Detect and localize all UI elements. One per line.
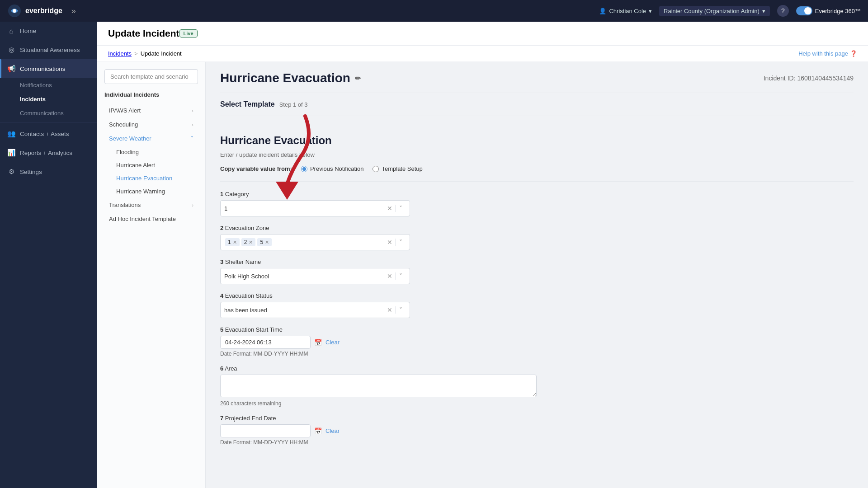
select-template-bar: Select Template Step 1 of 3: [220, 93, 854, 114]
area-textarea[interactable]: [220, 375, 537, 397]
help-button[interactable]: ?: [777, 5, 789, 17]
zone-clear-icon[interactable]: ✕: [384, 239, 395, 246]
tag-5-remove[interactable]: ✕: [265, 239, 269, 245]
settings-icon: ⚙: [7, 168, 15, 176]
shelter-clear-icon[interactable]: ✕: [384, 272, 395, 280]
template-item-adhoc[interactable]: Ad Hoc Incident Template: [104, 212, 198, 226]
incident-title-bar: Hurricane Evacuation ✏ Incident ID: 1608…: [220, 62, 854, 93]
field-evacuation-status: 4 Evacuation Status has been issued ✕ ˅: [220, 292, 854, 318]
home-icon: ⌂: [7, 27, 15, 35]
template-item-ipaws[interactable]: IPAWS Alert ›: [104, 103, 198, 117]
sidebar-sub-communications[interactable]: Communications: [0, 106, 97, 120]
start-time-clear-button[interactable]: Clear: [326, 339, 340, 346]
copy-var-row: Copy variable value from: Previous Notif…: [220, 165, 854, 172]
field-area: 6 Area 260 characters remaining: [220, 365, 854, 407]
sidebar-sub-incidents[interactable]: Incidents: [0, 92, 97, 106]
step-label: Step 1 of 3: [279, 101, 308, 108]
field-category: 1 Category 1 ✕ ˅: [220, 191, 854, 216]
sidebar-item-contacts-assets[interactable]: 👥 Contacts + Assets: [0, 124, 97, 143]
field-label-category: 1 Category: [220, 191, 854, 197]
evacuation-start-time-input[interactable]: [220, 336, 311, 349]
sidebar-sub-notifications[interactable]: Notifications: [0, 78, 97, 92]
ipaws-chevron-icon: ›: [192, 108, 193, 113]
field-shelter-name: 3 Shelter Name Polk High School ✕ ˅: [220, 258, 854, 284]
projected-end-date-input[interactable]: [220, 424, 311, 437]
form-panel: Hurricane Evacuation ✏ Incident ID: 1608…: [206, 62, 868, 488]
svg-point-1: [13, 9, 16, 13]
template-sub-hurricane-warning[interactable]: Hurricane Warning: [112, 185, 198, 198]
live-badge: Live: [179, 29, 198, 38]
reports-icon: 📊: [7, 149, 15, 157]
breadcrumb: Incidents > Update Incident Help with th…: [97, 46, 868, 62]
category-dropdown-icon[interactable]: ˅: [395, 205, 406, 212]
template-sub-hurricane-alert[interactable]: Hurricane Alert: [112, 159, 198, 172]
user-menu[interactable]: 👤 Christian Cole ▾: [599, 8, 652, 14]
tag-1-remove[interactable]: ✕: [233, 239, 237, 245]
field-label-area: 6 Area: [220, 365, 854, 372]
communications-icon: 📢: [7, 65, 15, 73]
search-input[interactable]: [104, 69, 198, 84]
zone-dropdown-icon[interactable]: ˅: [395, 239, 406, 246]
radio-previous-notification[interactable]: Previous Notification: [301, 165, 364, 172]
evacuation-zone-select[interactable]: 1 ✕ 2 ✕ 5 ✕ ✕ ˅: [220, 234, 410, 250]
field-label-evacuation-status: 4 Evacuation Status: [220, 292, 854, 299]
area-char-count: 260 characters remaining: [220, 400, 854, 407]
tag-2: 2 ✕: [241, 238, 256, 246]
help-circle-icon: ❓: [850, 50, 857, 57]
evacuation-status-select[interactable]: has been issued ✕ ˅: [220, 302, 410, 318]
template-sub-hurricane-evacuation[interactable]: Hurricane Evacuation: [112, 172, 198, 185]
radio-template-input[interactable]: [373, 166, 379, 172]
form-title: Hurricane Evacuation: [220, 134, 854, 147]
radio-group: Previous Notification Template Setup: [301, 165, 423, 172]
field-label-evacuation-zone: 2 Evacuation Zone: [220, 225, 854, 231]
category-clear-icon[interactable]: ✕: [384, 205, 395, 212]
section-title: Individual Incidents: [104, 91, 198, 98]
help-link[interactable]: Help with this page ❓: [798, 50, 857, 57]
contacts-icon: 👥: [7, 130, 15, 138]
form-section: Hurricane Evacuation Enter / update inci…: [220, 125, 854, 463]
sidebar-item-communications[interactable]: 📢 Communications: [0, 59, 97, 78]
breadcrumb-incidents-link[interactable]: Incidents: [108, 50, 132, 57]
field-evacuation-zone: 2 Evacuation Zone 1 ✕ 2 ✕ 5 ✕ ✕ ˅: [220, 225, 854, 250]
user-icon: 👤: [599, 8, 606, 14]
status-dropdown-icon[interactable]: ˅: [395, 306, 406, 314]
toggle-knob: [804, 7, 811, 14]
template-item-scheduling[interactable]: Scheduling ›: [104, 117, 198, 131]
template-item-translations[interactable]: Translations ›: [104, 198, 198, 212]
translations-chevron-icon: ›: [192, 202, 193, 208]
top-navigation: everbridge » 👤 Christian Cole ▾ Rainier …: [0, 0, 868, 22]
shelter-dropdown-icon[interactable]: ˅: [395, 272, 406, 280]
field-label-projected-end-date: 7 Projected End Date: [220, 415, 854, 422]
everbridge-360-toggle[interactable]: Everbridge 360™: [796, 6, 861, 15]
end-date-clear-button[interactable]: Clear: [326, 427, 340, 434]
radio-template-setup[interactable]: Template Setup: [373, 165, 422, 172]
form-subtitle: Enter / update incident details below: [220, 151, 854, 158]
edit-incident-icon[interactable]: ✏: [355, 74, 361, 83]
calendar-end-icon: 📅: [314, 427, 322, 435]
radio-prev-input[interactable]: [301, 166, 307, 172]
sidebar-item-home[interactable]: ⌂ Home: [0, 22, 97, 40]
toggle-switch[interactable]: [796, 6, 812, 15]
evacuation-start-time-input-wrapper: 📅 Clear: [220, 336, 356, 349]
sidebar-item-settings[interactable]: ⚙ Settings: [0, 162, 97, 181]
template-item-severe-weather[interactable]: Severe Weather ˅: [104, 131, 198, 145]
template-panel: Individual Incidents IPAWS Alert › Sched…: [97, 62, 206, 488]
incident-title: Hurricane Evacuation ✏: [220, 71, 361, 85]
category-select[interactable]: 1 ✕ ˅: [220, 200, 410, 216]
status-clear-icon[interactable]: ✕: [384, 306, 395, 314]
template-sub-flooding[interactable]: Flooding: [112, 145, 198, 159]
tag-2-remove[interactable]: ✕: [249, 239, 253, 245]
tag-1: 1 ✕: [225, 238, 240, 246]
shelter-name-select[interactable]: Polk High School ✕ ˅: [220, 268, 410, 284]
page-title: Update Incident: [108, 28, 179, 39]
org-menu[interactable]: Rainier County (Organization Admin) ▾: [659, 6, 770, 16]
nav-expand-button[interactable]: »: [68, 6, 80, 16]
sidebar-item-situational-awareness[interactable]: ◎ Situational Awareness: [0, 40, 97, 59]
logo[interactable]: everbridge: [7, 4, 62, 18]
calendar-icon: 📅: [314, 339, 322, 346]
breadcrumb-separator: >: [134, 50, 138, 57]
sidebar-item-reports-analytics[interactable]: 📊 Reports + Analytics: [0, 143, 97, 162]
situational-awareness-icon: ◎: [7, 46, 15, 54]
projected-end-date-input-wrapper: 📅 Clear: [220, 424, 356, 437]
field-label-evacuation-start-time: 5 Evacuation Start Time: [220, 326, 854, 333]
